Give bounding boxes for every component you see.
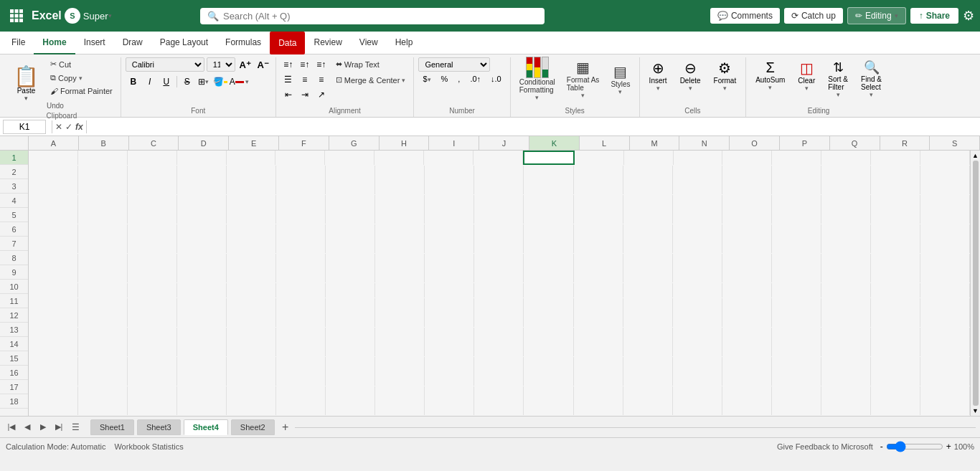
autosum-dropdown[interactable]: ▾ [768, 84, 772, 91]
grid-cell[interactable] [177, 209, 227, 224]
col-header-p[interactable]: P [780, 136, 830, 151]
grid-cell[interactable] [326, 371, 375, 386]
grid-cell[interactable] [78, 283, 128, 298]
grid-cell[interactable] [29, 151, 78, 165]
grid-cell[interactable] [78, 313, 128, 327]
grid-cell[interactable] [474, 254, 524, 268]
apps-grid-icon[interactable] [6, 5, 27, 27]
grid-cell[interactable] [920, 268, 970, 282]
grid-cell[interactable] [821, 180, 871, 194]
grid-cell[interactable] [326, 180, 375, 194]
grid-cell[interactable] [772, 298, 821, 313]
grid-cell[interactable] [673, 166, 722, 180]
grid-cell[interactable] [227, 357, 276, 371]
grid-cell[interactable] [623, 224, 673, 239]
grid-cell[interactable] [920, 386, 970, 401]
grid-cell[interactable] [227, 166, 276, 180]
grid-cell[interactable] [276, 166, 326, 180]
grid-cell[interactable] [474, 180, 524, 194]
grid-cell[interactable] [326, 166, 375, 180]
col-header-o[interactable]: O [730, 136, 780, 151]
grid-cell[interactable] [29, 254, 78, 268]
grid-cell[interactable] [128, 313, 177, 327]
grid-cell[interactable] [128, 342, 177, 356]
profile-dropdown-icon[interactable]: ▾ [108, 12, 112, 19]
grid-cell[interactable] [227, 328, 276, 342]
grid-cell[interactable] [276, 401, 326, 415]
grid-cell[interactable] [425, 357, 474, 371]
insert-dropdown[interactable]: ▾ [656, 85, 660, 92]
grid-cell[interactable] [29, 239, 78, 253]
grid-cell[interactable] [425, 371, 474, 386]
grid-cell[interactable] [78, 180, 128, 194]
grid-cell[interactable] [375, 357, 425, 371]
grid-cell[interactable] [722, 268, 772, 282]
grid-cell[interactable] [78, 298, 128, 313]
row-number-4[interactable]: 4 [0, 194, 28, 208]
grid-cell[interactable] [326, 313, 375, 327]
tab-page-layout[interactable]: Page Layout [151, 32, 217, 54]
col-header-d[interactable]: D [179, 136, 229, 151]
grid-cell[interactable] [772, 268, 821, 282]
grid-cell[interactable] [128, 254, 177, 268]
strikethrough-button[interactable]: S [179, 75, 195, 89]
col-header-h[interactable]: H [380, 136, 430, 151]
grid-cell[interactable] [623, 209, 673, 224]
grid-cell[interactable] [871, 386, 920, 401]
grid-cell[interactable] [78, 224, 128, 239]
grid-cell[interactable] [128, 371, 177, 386]
grid-cell[interactable] [474, 166, 524, 180]
clear-button[interactable]: ◫ Clear ▾ [793, 57, 820, 94]
grid-cell[interactable] [772, 342, 821, 356]
col-header-n[interactable]: N [679, 136, 730, 151]
grid-cell[interactable] [524, 195, 573, 209]
grid-cell[interactable] [524, 283, 573, 298]
grid-cell[interactable] [772, 254, 821, 268]
grid-cell[interactable] [227, 342, 276, 356]
grid-cell[interactable] [425, 328, 474, 342]
format-painter-button[interactable]: 🖌 Format Painter [47, 85, 116, 97]
text-direction[interactable]: ↗ [314, 87, 329, 102]
grid-cell[interactable] [524, 386, 573, 401]
grid-cell[interactable] [375, 386, 425, 401]
delete-dropdown[interactable]: ▾ [689, 85, 692, 92]
grid-cell[interactable] [276, 298, 326, 313]
grid-cell[interactable] [128, 166, 177, 180]
grid-cell[interactable] [326, 268, 375, 282]
grid-cell[interactable] [78, 239, 128, 253]
grid-cell[interactable] [920, 151, 970, 165]
grid-cell[interactable] [871, 283, 920, 298]
grid-cell[interactable] [772, 224, 821, 239]
grid-cell[interactable] [128, 180, 177, 194]
format-button[interactable]: ⚙ Format ▾ [709, 57, 742, 94]
col-header-l[interactable]: L [580, 136, 630, 151]
grid-cell[interactable] [722, 209, 772, 224]
grid-cell[interactable] [673, 224, 722, 239]
grid-cell[interactable] [821, 195, 871, 209]
grid-cell[interactable] [326, 342, 375, 356]
grid-cell[interactable] [871, 166, 920, 180]
col-header-q[interactable]: Q [830, 136, 880, 151]
grid-cell[interactable] [375, 224, 425, 239]
grid-cell[interactable] [574, 180, 623, 194]
col-header-s[interactable]: S [930, 136, 980, 151]
decrease-font-button[interactable]: A⁻ [255, 57, 271, 72]
font-name-select[interactable]: Calibri [126, 57, 204, 72]
row-number-9[interactable]: 9 [0, 265, 28, 280]
comma-button[interactable]: , [453, 73, 464, 85]
grid-cell[interactable] [772, 401, 821, 415]
grid-cell[interactable] [524, 254, 573, 268]
grid-cell[interactable] [78, 209, 128, 224]
grid-cell[interactable] [78, 195, 128, 209]
align-top-left[interactable]: ≡↑ [281, 57, 296, 72]
grid-cell[interactable] [425, 386, 474, 401]
grid-cell[interactable] [276, 239, 326, 253]
sort-filter-button[interactable]: ⇅ Sort &Filter ▾ [823, 57, 853, 100]
sheet-next-btn[interactable]: ▶ [36, 420, 50, 434]
autosum-button[interactable]: Σ AutoSum ▾ [750, 57, 790, 93]
col-header-r[interactable]: R [880, 136, 930, 151]
grid-cell[interactable] [524, 328, 573, 342]
grid-cell[interactable] [772, 328, 821, 342]
col-header-b[interactable]: B [79, 136, 129, 151]
grid-cell[interactable] [673, 268, 722, 282]
